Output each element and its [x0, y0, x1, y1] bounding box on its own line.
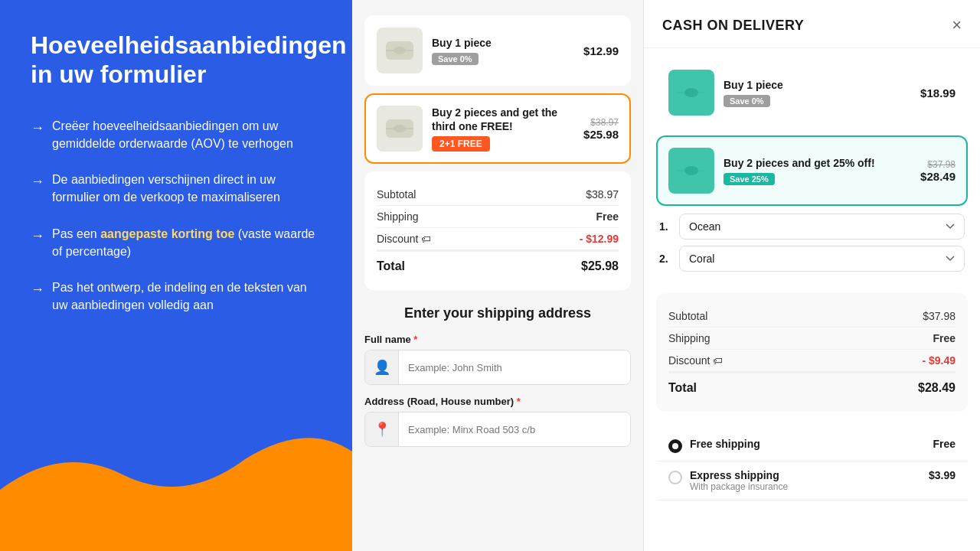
right-card-title-2: Buy 2 pieces and get 25% off!	[724, 156, 911, 170]
right-total-value: $28.49	[918, 381, 956, 395]
fullname-label: Full name *	[364, 334, 631, 345]
orange-wave	[0, 413, 352, 551]
discount-label: Discount	[377, 233, 431, 245]
dropdown-select-1[interactable]: Ocean Blue Green Red	[679, 214, 965, 240]
address-input-wrapper[interactable]: 📍	[364, 412, 631, 447]
right-panel: CASH ON DELIVERY × Buy 1 piece Save 0% $…	[643, 0, 980, 551]
right-price-original-2: $37.98	[920, 159, 956, 170]
total-label: Total	[377, 259, 405, 273]
fullname-input[interactable]	[399, 350, 630, 384]
dropdown-label-2: 2.	[659, 253, 671, 265]
right-pillow-image-1	[668, 70, 714, 116]
bullet-item-1: → Creëer hoeveelheidsaanbiedingen om uw …	[31, 117, 322, 152]
card-title-2: Buy 2 pieces and get the third one FREE!	[432, 106, 574, 133]
right-price-current-1: $18.99	[920, 86, 956, 99]
subtotal-label: Subtotal	[377, 188, 416, 201]
price-current-1: $12.99	[583, 44, 619, 57]
right-subtotal-row: Subtotal $37.98	[668, 305, 956, 328]
free-shipping-name: Free shipping	[690, 438, 925, 450]
pillow-image-2	[377, 106, 423, 152]
right-total-label: Total	[668, 381, 697, 395]
free-shipping-price: Free	[933, 438, 956, 450]
subtotal-value: $38.97	[586, 188, 619, 201]
arrow-icon-4: →	[31, 279, 44, 314]
shipping-row: Shipping Free	[377, 206, 619, 228]
arrow-icon-2: →	[31, 171, 44, 206]
express-shipping-name: Express shipping	[690, 469, 921, 481]
express-shipping-label: Express shipping With package insurance	[690, 469, 921, 492]
arrow-icon-1: →	[31, 118, 44, 152]
right-title: CASH ON DELIVERY	[662, 18, 804, 34]
discount-row: Discount - $12.99	[377, 228, 619, 250]
right-discount-row: Discount - $9.49	[668, 350, 956, 372]
right-product-card-1[interactable]: Buy 1 piece Save 0% $18.99	[656, 57, 968, 128]
right-shipping-row: Shipping Free	[668, 328, 956, 350]
right-content: Buy 1 piece Save 0% $18.99 Buy 2 pieces …	[644, 57, 980, 510]
right-save-badge-1: Save 0%	[724, 95, 770, 107]
right-subtotal-value: $37.98	[923, 310, 956, 322]
fullname-group: Full name * 👤	[364, 334, 631, 385]
dropdown-label-1: 1.	[659, 220, 671, 233]
total-row: Total $25.98	[377, 250, 619, 278]
right-card-info-1: Buy 1 piece Save 0%	[724, 78, 911, 107]
product-card-2-plus-free[interactable]: Buy 2 pieces and get the third one FREE!…	[364, 93, 631, 164]
right-discount-value: - $9.49	[922, 354, 956, 367]
save-badge-2: 2+1 FREE	[432, 136, 490, 152]
shipping-label: Shipping	[377, 210, 419, 223]
card-info-1: Buy 1 piece Save 0%	[432, 36, 574, 65]
price-current-2: $25.98	[583, 128, 619, 141]
right-subtotal-label: Subtotal	[668, 310, 707, 322]
address-label: Address (Road, House number) *	[364, 396, 631, 407]
total-value: $25.98	[581, 259, 619, 273]
product-card-1-piece[interactable]: Buy 1 piece Save 0% $12.99	[364, 15, 631, 86]
dropdown-row-2: 2. Coral Pink Red Orange	[659, 246, 965, 272]
subtotal-row: Subtotal $38.97	[377, 184, 619, 206]
right-card-info-2: Buy 2 pieces and get 25% off! Save 25%	[724, 156, 911, 185]
right-order-summary: Subtotal $37.98 Shipping Free Discount -…	[656, 293, 968, 412]
shipping-option-express[interactable]: Express shipping With package insurance …	[656, 461, 968, 500]
right-product-card-2[interactable]: Buy 2 pieces and get 25% off! Save 25% $…	[656, 135, 968, 206]
radio-express-shipping[interactable]	[668, 471, 682, 484]
card-info-2: Buy 2 pieces and get the third one FREE!…	[432, 106, 574, 152]
address-group: Address (Road, House number) * 📍	[364, 396, 631, 447]
right-card-price-1: $18.99	[920, 86, 956, 99]
right-price-current-2: $28.49	[920, 170, 956, 183]
svg-point-2	[394, 47, 406, 54]
person-icon: 👤	[365, 350, 399, 384]
right-pillow-image-2	[668, 148, 714, 194]
svg-point-5	[394, 125, 406, 132]
right-save-badge-2: Save 25%	[724, 173, 775, 185]
radio-free-shipping[interactable]	[668, 439, 682, 453]
order-summary: Subtotal $38.97 Shipping Free Discount -…	[364, 171, 631, 290]
dropdowns-container: 1. Ocean Blue Green Red 2. Coral Pink Re…	[656, 214, 968, 284]
right-card-price-2: $37.98 $28.49	[920, 159, 956, 183]
free-shipping-label: Free shipping	[690, 438, 925, 450]
fullname-input-wrapper[interactable]: 👤	[364, 350, 631, 385]
discount-value: - $12.99	[580, 233, 619, 245]
shipping-option-free[interactable]: Free shipping Free	[656, 430, 968, 461]
right-card-title-1: Buy 1 piece	[724, 78, 911, 92]
shipping-value: Free	[596, 210, 619, 223]
middle-panel: Buy 1 piece Save 0% $12.99 Buy 2 pieces …	[352, 0, 643, 551]
tag-icon	[421, 233, 431, 245]
pillow-image-1	[377, 28, 423, 73]
bullet-item-4: → Pas het ontwerp, de indeling en de tek…	[31, 279, 322, 314]
right-header: CASH ON DELIVERY ×	[644, 0, 980, 48]
close-button[interactable]: ×	[952, 15, 962, 35]
bullet-item-3: → Pas een aangepaste korting toe (vaste …	[31, 225, 322, 260]
right-shipping-value: Free	[933, 332, 956, 344]
shipping-form-title: Enter your shipping address	[364, 305, 631, 321]
shipping-form: Enter your shipping address Full name * …	[364, 302, 631, 447]
left-title: Hoeveelheidsaanbiedingen in uw formulier	[31, 31, 322, 90]
express-shipping-price: $3.99	[929, 469, 956, 481]
card-price-1: $12.99	[583, 44, 619, 57]
express-shipping-desc: With package insurance	[690, 481, 921, 492]
bullet-list: → Creëer hoeveelheidsaanbiedingen om uw …	[31, 117, 322, 315]
right-total-row: Total $28.49	[668, 372, 956, 399]
bullet-item-2: → De aanbiedingen verschijnen direct in …	[31, 171, 322, 206]
save-badge-1: Save 0%	[432, 53, 479, 65]
location-icon: 📍	[365, 412, 399, 446]
address-input[interactable]	[399, 412, 630, 446]
card-title-1: Buy 1 piece	[432, 36, 574, 50]
dropdown-select-2[interactable]: Coral Pink Red Orange	[679, 246, 965, 272]
